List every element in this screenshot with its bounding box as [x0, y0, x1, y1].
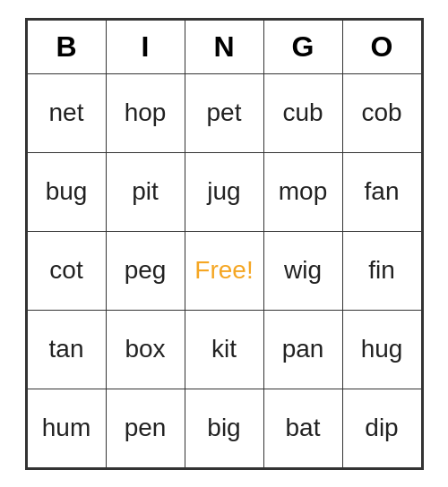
- cell-3-3: pan: [263, 310, 342, 389]
- header-B: B: [27, 20, 106, 73]
- table-row: humpenbigbatdip: [27, 389, 421, 467]
- cell-0-3: cub: [263, 73, 342, 152]
- cell-1-4: fan: [342, 152, 421, 231]
- cell-2-1: peg: [106, 231, 185, 310]
- bingo-table: B I N G O nethoppetcubcobbugpitjugmopfan…: [27, 20, 422, 468]
- table-row: nethoppetcubcob: [27, 73, 421, 152]
- cell-4-3: bat: [263, 389, 342, 467]
- table-row: tanboxkitpanhug: [27, 310, 421, 389]
- cell-1-1: pit: [106, 152, 185, 231]
- cell-0-4: cob: [342, 73, 421, 152]
- cell-3-4: hug: [342, 310, 421, 389]
- free-cell: Free!: [185, 231, 263, 310]
- cell-2-3: wig: [263, 231, 342, 310]
- header-O: O: [342, 20, 421, 73]
- cell-3-0: tan: [27, 310, 106, 389]
- cell-1-0: bug: [27, 152, 106, 231]
- cell-2-4: fin: [342, 231, 421, 310]
- bingo-body: nethoppetcubcobbugpitjugmopfancotpegFree…: [27, 73, 421, 467]
- cell-0-0: net: [27, 73, 106, 152]
- cell-4-2: big: [185, 389, 263, 467]
- header-I: I: [106, 20, 185, 73]
- cell-3-2: kit: [185, 310, 263, 389]
- cell-4-0: hum: [27, 389, 106, 467]
- cell-4-4: dip: [342, 389, 421, 467]
- bingo-card: B I N G O nethoppetcubcobbugpitjugmopfan…: [25, 18, 424, 470]
- cell-1-3: mop: [263, 152, 342, 231]
- cell-2-0: cot: [27, 231, 106, 310]
- cell-0-2: pet: [185, 73, 263, 152]
- table-row: bugpitjugmopfan: [27, 152, 421, 231]
- cell-4-1: pen: [106, 389, 185, 467]
- cell-1-2: jug: [185, 152, 263, 231]
- header-row: B I N G O: [27, 20, 421, 73]
- cell-0-1: hop: [106, 73, 185, 152]
- cell-3-1: box: [106, 310, 185, 389]
- header-G: G: [263, 20, 342, 73]
- header-N: N: [185, 20, 263, 73]
- table-row: cotpegFree!wigfin: [27, 231, 421, 310]
